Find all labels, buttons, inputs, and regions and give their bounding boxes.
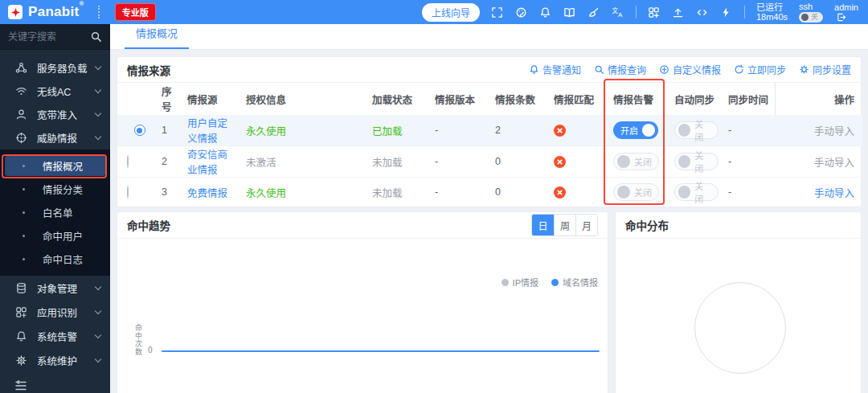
sidebar-item-object-management[interactable]: 对象管理 <box>0 276 110 300</box>
sidebar-item-label: 系统告警 <box>37 329 96 344</box>
sidebar-subitem-intel-category[interactable]: 情报分类 <box>0 178 110 201</box>
runtime-status: 已运行 18m40s <box>756 2 788 22</box>
sources-panel-title: 情报来源 <box>127 62 170 78</box>
sidebar-nav: 服务器负载 无线AC 宽带准入 威胁情报 <box>0 50 110 393</box>
chevron-down-icon <box>95 355 101 362</box>
sidebar-item-app-identify[interactable]: 应用识别 <box>0 300 110 324</box>
legend-dot <box>551 279 559 286</box>
load-balance-icon <box>14 62 27 75</box>
sync-now-link[interactable]: 立即同步 <box>734 63 786 76</box>
source-link[interactable]: 免费情报 <box>187 188 227 199</box>
auto-sync-toggle[interactable]: 关闭 <box>674 121 719 139</box>
sync-settings-link[interactable]: 同步设置 <box>799 63 851 76</box>
sidebar-collapse-button[interactable] <box>0 374 110 393</box>
sidebar-search <box>0 24 110 50</box>
table-row: 3 免费情报 永久使用 未加载 - 0 关闭 关闭 - 手动导入 <box>117 178 862 207</box>
sidebar-item-system-maintenance[interactable]: 系统维护 <box>0 348 110 372</box>
empty-pie-placeholder <box>694 282 786 374</box>
table-row: 1 用户自定义情报 永久使用 已加载 - 2 开启 关闭 - 手动导入 <box>117 115 862 146</box>
range-month-button[interactable]: 月 <box>575 215 597 235</box>
username: admin <box>834 2 858 12</box>
match-error-icon <box>554 125 566 137</box>
auto-sync-toggle[interactable]: 关闭 <box>674 153 719 170</box>
auto-sync-toggle[interactable]: 关闭 <box>674 183 719 201</box>
col-load-status: 加载状态 <box>362 83 425 115</box>
sidebar-item-label: 对象管理 <box>37 280 96 296</box>
intel-query-link[interactable]: 情报查询 <box>594 63 646 76</box>
chevron-down-icon <box>95 63 101 70</box>
col-alert: 情报告警 <box>604 83 665 115</box>
edition-badge: 专业版 <box>115 3 156 21</box>
alert-toggle[interactable]: 开启 <box>613 121 658 139</box>
logout-icon[interactable] <box>834 12 847 23</box>
panabit-app: Panabit® 专业版 上线向导 文A <box>0 0 868 393</box>
sidebar-item-label: 服务器负载 <box>37 60 96 76</box>
toggle-knob <box>617 186 630 199</box>
operation-manual-import-link[interactable]: 手动导入 <box>814 188 854 199</box>
upgrade-icon[interactable] <box>672 6 685 18</box>
sidebar-item-wireless-ac[interactable]: 无线AC <box>0 80 110 103</box>
row-num: 2 <box>152 146 178 178</box>
cli-code-icon[interactable] <box>696 6 709 18</box>
quick-actions-lightning-icon[interactable] <box>720 6 733 18</box>
theme-palette-icon[interactable] <box>515 6 528 18</box>
translate-icon[interactable]: 文A <box>612 6 624 18</box>
source-link[interactable]: 用户自定义情报 <box>187 118 227 145</box>
sidebar-item-broadband-access[interactable]: 宽带准入 <box>0 103 110 126</box>
brand-name: Panabit® <box>28 4 84 20</box>
sidebar-subitem-label: 命中日志 <box>43 252 83 267</box>
alert-toggle[interactable]: 关闭 <box>613 153 659 170</box>
range-day-button[interactable]: 日 <box>532 215 554 235</box>
intel-version: - <box>425 115 485 146</box>
alarm-notify-link[interactable]: 告警通知 <box>529 63 581 76</box>
row-num: 3 <box>152 178 178 207</box>
row-radio[interactable] <box>127 155 129 168</box>
range-week-button[interactable]: 周 <box>554 215 575 235</box>
sidebar-item-label: 宽带准入 <box>37 107 96 122</box>
sync-time: - <box>719 178 775 207</box>
main-area: 情报概况 情报来源 告警通知 情报查询 <box>110 24 868 393</box>
search-icon <box>594 64 604 75</box>
app-identify-icon <box>14 305 27 318</box>
toolbar-divider <box>744 6 745 18</box>
online-wizard-button[interactable]: 上线向导 <box>422 3 480 22</box>
ssh-toggle[interactable]: 关 <box>799 12 823 23</box>
load-status: 已加载 <box>362 115 425 146</box>
sidebar-subitem-hit-logs[interactable]: 命中日志 <box>0 248 110 271</box>
sidebar-subitem-whitelist[interactable]: 白名单 <box>0 201 110 224</box>
sidebar-subitem-hit-users[interactable]: 命中用户 <box>0 224 110 248</box>
table-header-row: 序号 情报源 授权信息 加载状态 情报版本 情报条数 情报匹配 情报告警 自动同… <box>117 83 862 115</box>
source-link[interactable]: 奇安信商业情报 <box>187 149 227 176</box>
wireless-ac-icon <box>14 85 27 98</box>
search-input[interactable] <box>8 31 90 43</box>
tab-bar: 情报概况 <box>110 24 868 50</box>
docs-book-icon[interactable] <box>563 6 576 18</box>
row-radio[interactable] <box>134 125 145 136</box>
ssh-control: ssh 关 <box>799 2 823 23</box>
auth-info: 未激活 <box>236 146 362 178</box>
alert-toggle[interactable]: 关闭 <box>613 183 659 201</box>
load-status: 未加载 <box>362 146 425 178</box>
sidebar-item-server-load[interactable]: 服务器负载 <box>0 56 110 80</box>
apps-grid-icon[interactable] <box>648 6 661 18</box>
cleanup-broom-icon[interactable] <box>588 6 600 18</box>
sidebar-item-label: 威胁情报 <box>37 130 96 145</box>
col-match: 情报匹配 <box>544 83 604 115</box>
search-icon[interactable] <box>90 31 102 43</box>
legend-item-domain-intel[interactable]: 域名情报 <box>551 276 598 289</box>
legend-item-ip-intel[interactable]: IP情报 <box>502 276 538 289</box>
sidebar-item-threat-intel[interactable]: 威胁情报 <box>0 126 110 149</box>
custom-intel-link[interactable]: 自定义情报 <box>659 63 721 76</box>
tab-intel-overview[interactable]: 情报概况 <box>125 25 189 49</box>
sidebar-subitem-intel-overview[interactable]: 情报概况 <box>0 154 110 178</box>
fullscreen-icon[interactable] <box>491 6 504 18</box>
sidebar-item-system-alarm[interactable]: 系统告警 <box>0 324 110 348</box>
table-row: 2 奇安信商业情报 未激活 未加载 - 0 关闭 关闭 - 手动导入 <box>117 146 862 178</box>
intel-count: 2 <box>485 115 544 146</box>
notifications-icon[interactable] <box>539 6 552 18</box>
row-radio[interactable] <box>127 186 129 199</box>
collapse-menu-icon <box>14 379 27 392</box>
sidebar: 服务器负载 无线AC 宽带准入 威胁情报 <box>0 24 110 393</box>
operation-manual-import: 手动导入 <box>775 115 862 146</box>
sidebar-subitem-label: 情报概况 <box>43 158 83 174</box>
